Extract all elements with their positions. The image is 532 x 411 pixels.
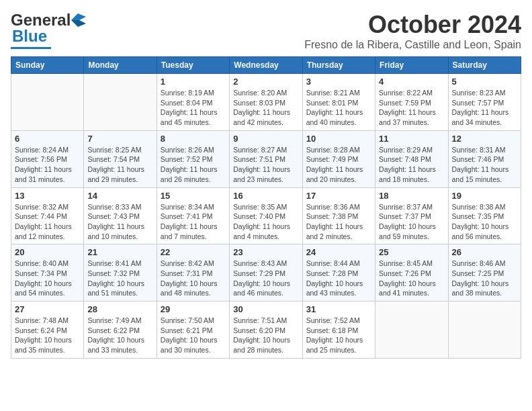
weekday-header-cell: Friday (375, 57, 448, 74)
day-number: 13 (15, 191, 80, 201)
calendar-day-cell: 15Sunrise: 8:34 AM Sunset: 7:41 PM Dayli… (157, 187, 229, 244)
svg-marker-0 (71, 13, 86, 20)
day-info: Sunrise: 8:40 AM Sunset: 7:34 PM Dayligh… (15, 259, 80, 298)
day-number: 26 (452, 247, 517, 257)
day-info: Sunrise: 8:34 AM Sunset: 7:41 PM Dayligh… (161, 202, 226, 242)
day-info: Sunrise: 7:52 AM Sunset: 6:18 PM Dayligh… (306, 316, 371, 355)
month-title: October 2024 (304, 11, 521, 39)
day-info: Sunrise: 8:26 AM Sunset: 7:52 PM Dayligh… (161, 145, 226, 185)
day-info: Sunrise: 8:27 AM Sunset: 7:51 PM Dayligh… (233, 145, 298, 185)
calendar-day-cell: 18Sunrise: 8:37 AM Sunset: 7:37 PM Dayli… (375, 187, 448, 244)
day-info: Sunrise: 8:37 AM Sunset: 7:37 PM Dayligh… (379, 202, 444, 242)
day-number: 9 (233, 134, 298, 144)
calendar-day-cell: 25Sunrise: 8:45 AM Sunset: 7:26 PM Dayli… (375, 244, 448, 302)
day-number: 24 (306, 247, 371, 257)
day-number: 6 (15, 134, 80, 144)
calendar-day-cell: 29Sunrise: 7:50 AM Sunset: 6:21 PM Dayli… (157, 302, 229, 359)
calendar-day-cell: 8Sunrise: 8:26 AM Sunset: 7:52 PM Daylig… (157, 130, 229, 187)
day-number: 10 (306, 134, 371, 144)
day-number: 18 (379, 191, 444, 201)
day-info: Sunrise: 8:19 AM Sunset: 8:04 PM Dayligh… (161, 88, 226, 128)
calendar-day-cell: 26Sunrise: 8:46 AM Sunset: 7:25 PM Dayli… (448, 244, 521, 302)
calendar-day-cell: 31Sunrise: 7:52 AM Sunset: 6:18 PM Dayli… (302, 302, 375, 359)
calendar-day-cell: 4Sunrise: 8:22 AM Sunset: 7:59 PM Daylig… (375, 74, 448, 131)
day-number: 25 (379, 247, 444, 257)
day-info: Sunrise: 8:36 AM Sunset: 7:38 PM Dayligh… (306, 202, 371, 242)
location-subtitle: Fresno de la Ribera, Castille and Leon, … (304, 39, 521, 51)
day-number: 30 (233, 304, 298, 314)
calendar-day-cell: 20Sunrise: 8:40 AM Sunset: 7:34 PM Dayli… (11, 244, 84, 302)
day-info: Sunrise: 8:38 AM Sunset: 7:35 PM Dayligh… (452, 202, 517, 242)
day-info: Sunrise: 8:33 AM Sunset: 7:43 PM Dayligh… (87, 202, 152, 242)
calendar-day-cell (11, 74, 84, 131)
calendar-day-cell: 3Sunrise: 8:21 AM Sunset: 8:01 PM Daylig… (302, 74, 375, 131)
calendar-day-cell: 30Sunrise: 7:51 AM Sunset: 6:20 PM Dayli… (230, 302, 302, 359)
logo-underline (11, 47, 51, 49)
calendar-day-cell: 24Sunrise: 8:44 AM Sunset: 7:28 PM Dayli… (302, 244, 375, 302)
day-number: 8 (161, 134, 226, 144)
calendar-table: SundayMondayTuesdayWednesdayThursdayFrid… (11, 56, 521, 359)
day-info: Sunrise: 7:48 AM Sunset: 6:24 PM Dayligh… (15, 316, 80, 355)
day-info: Sunrise: 8:24 AM Sunset: 7:56 PM Dayligh… (15, 145, 80, 185)
day-info: Sunrise: 8:31 AM Sunset: 7:46 PM Dayligh… (452, 145, 517, 185)
weekday-header-cell: Wednesday (230, 57, 302, 74)
calendar-day-cell: 22Sunrise: 8:42 AM Sunset: 7:31 PM Dayli… (157, 244, 229, 302)
calendar-day-cell (448, 302, 521, 359)
weekday-header-row: SundayMondayTuesdayWednesdayThursdayFrid… (11, 57, 521, 74)
day-info: Sunrise: 8:35 AM Sunset: 7:40 PM Dayligh… (233, 202, 298, 242)
day-number: 12 (452, 134, 517, 144)
calendar-day-cell: 23Sunrise: 8:43 AM Sunset: 7:29 PM Dayli… (230, 244, 302, 302)
day-number: 16 (233, 191, 298, 201)
calendar-day-cell: 6Sunrise: 8:24 AM Sunset: 7:56 PM Daylig… (11, 130, 84, 187)
day-info: Sunrise: 8:20 AM Sunset: 8:03 PM Dayligh… (233, 88, 298, 128)
day-number: 28 (87, 304, 152, 314)
day-info: Sunrise: 8:42 AM Sunset: 7:31 PM Dayligh… (161, 259, 226, 298)
calendar-day-cell: 2Sunrise: 8:20 AM Sunset: 8:03 PM Daylig… (230, 74, 302, 131)
day-number: 21 (87, 247, 152, 257)
calendar-day-cell: 7Sunrise: 8:25 AM Sunset: 7:54 PM Daylig… (84, 130, 157, 187)
calendar-day-cell: 21Sunrise: 8:41 AM Sunset: 7:32 PM Dayli… (84, 244, 157, 302)
day-info: Sunrise: 8:43 AM Sunset: 7:29 PM Dayligh… (233, 259, 298, 298)
day-number: 31 (306, 304, 371, 314)
day-number: 23 (233, 247, 298, 257)
day-number: 4 (379, 77, 444, 87)
calendar-week-row: 27Sunrise: 7:48 AM Sunset: 6:24 PM Dayli… (11, 302, 521, 359)
calendar-day-cell: 5Sunrise: 8:23 AM Sunset: 7:57 PM Daylig… (448, 74, 521, 131)
day-number: 29 (161, 304, 226, 314)
day-number: 15 (161, 191, 226, 201)
day-number: 11 (379, 134, 444, 144)
day-number: 17 (306, 191, 371, 201)
day-info: Sunrise: 8:28 AM Sunset: 7:49 PM Dayligh… (306, 145, 371, 185)
weekday-header-cell: Monday (84, 57, 157, 74)
day-info: Sunrise: 8:45 AM Sunset: 7:26 PM Dayligh… (379, 259, 444, 298)
calendar-week-row: 13Sunrise: 8:32 AM Sunset: 7:44 PM Dayli… (11, 187, 521, 244)
day-number: 27 (15, 304, 80, 314)
calendar-body: 1Sunrise: 8:19 AM Sunset: 8:04 PM Daylig… (11, 74, 521, 359)
weekday-header-cell: Sunday (11, 57, 84, 74)
calendar-day-cell: 1Sunrise: 8:19 AM Sunset: 8:04 PM Daylig… (157, 74, 229, 131)
calendar-week-row: 1Sunrise: 8:19 AM Sunset: 8:04 PM Daylig… (11, 74, 521, 131)
logo: General Blue (11, 11, 86, 49)
day-info: Sunrise: 8:23 AM Sunset: 7:57 PM Dayligh… (452, 88, 517, 128)
calendar-day-cell: 16Sunrise: 8:35 AM Sunset: 7:40 PM Dayli… (230, 187, 302, 244)
day-info: Sunrise: 8:41 AM Sunset: 7:32 PM Dayligh… (87, 259, 152, 298)
calendar-day-cell: 28Sunrise: 7:49 AM Sunset: 6:22 PM Dayli… (84, 302, 157, 359)
day-number: 2 (233, 77, 298, 87)
weekday-header-cell: Thursday (302, 57, 375, 74)
calendar-day-cell: 19Sunrise: 8:38 AM Sunset: 7:35 PM Dayli… (448, 187, 521, 244)
day-info: Sunrise: 8:32 AM Sunset: 7:44 PM Dayligh… (15, 202, 80, 242)
weekday-header-cell: Saturday (448, 57, 521, 74)
calendar-day-cell: 17Sunrise: 8:36 AM Sunset: 7:38 PM Dayli… (302, 187, 375, 244)
day-info: Sunrise: 8:44 AM Sunset: 7:28 PM Dayligh… (306, 259, 371, 298)
day-number: 22 (161, 247, 226, 257)
day-number: 5 (452, 77, 517, 87)
calendar-day-cell: 12Sunrise: 8:31 AM Sunset: 7:46 PM Dayli… (448, 130, 521, 187)
day-info: Sunrise: 8:22 AM Sunset: 7:59 PM Dayligh… (379, 88, 444, 128)
calendar-day-cell: 11Sunrise: 8:29 AM Sunset: 7:48 PM Dayli… (375, 130, 448, 187)
day-number: 7 (87, 134, 152, 144)
calendar-day-cell (84, 74, 157, 131)
calendar-day-cell: 10Sunrise: 8:28 AM Sunset: 7:49 PM Dayli… (302, 130, 375, 187)
day-number: 1 (161, 77, 226, 87)
calendar-day-cell: 13Sunrise: 8:32 AM Sunset: 7:44 PM Dayli… (11, 187, 84, 244)
calendar-day-cell: 27Sunrise: 7:48 AM Sunset: 6:24 PM Dayli… (11, 302, 84, 359)
